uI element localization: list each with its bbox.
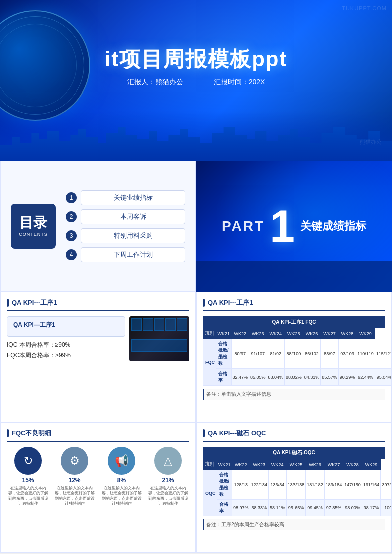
table-header-cell: 班别 xyxy=(203,459,217,470)
kpi-box: QA KPI—工序1 xyxy=(7,316,125,337)
fqc-circle: ↻ xyxy=(14,447,42,475)
table-cell: 58.11% xyxy=(269,500,287,516)
table-cell: 85.57% xyxy=(321,369,339,386)
table-header-cell: WK25 xyxy=(286,459,306,470)
table-sub-label: 合格率 xyxy=(217,500,232,516)
table-header-cell: WK27 xyxy=(324,459,343,470)
table-cell: 397/107 xyxy=(381,470,392,500)
part-title: 关键成绩指标 xyxy=(300,219,366,234)
table-sub-label: 合格率 xyxy=(216,369,232,386)
table-cell: 161/164 xyxy=(362,470,381,500)
kpi-table: 班别WK21WK22WK23WK24WK25WK26WK27WK28WK29FQ… xyxy=(203,328,392,386)
table-category-cell: OQC xyxy=(203,470,217,516)
table-header-cell: WK26 xyxy=(306,459,325,470)
hero-slide: it项目周报模板ppt 汇报人：熊猫办公 汇报时间：202X TUKUPPT.C… xyxy=(0,0,392,161)
table-cell: 85.05% xyxy=(249,369,267,386)
table-cell: 88.02% xyxy=(285,369,303,386)
table-cell: 97.85% xyxy=(324,500,343,516)
kpi-table-caption: QA KPI-工序1 FQC xyxy=(203,316,385,328)
fqc-title: FQC不良明细 xyxy=(12,429,51,438)
fqc-percent: 21% xyxy=(162,477,174,484)
fqc-desc: 在这里输入的文本内容，让您会更好的了解到的东西，点击而后设计独特制作 xyxy=(7,486,49,507)
table-row: 合格率98.97%58.33%58.11%95.65%99.45%97.85%9… xyxy=(203,500,393,516)
oqc-title: QA KPI---磁石 OQC xyxy=(208,429,266,438)
toc-num: 2 xyxy=(66,211,77,222)
fqc-circle: ⚙ xyxy=(61,447,88,475)
table-cell: 122/134 xyxy=(250,470,269,500)
table-header-cell: WK24 xyxy=(269,459,287,470)
hero-meta: 汇报人：熊猫办公 汇报时间：202X xyxy=(0,78,392,87)
toc-badge-en: CONTENTS xyxy=(19,232,48,237)
kpi-metric: IQC 本周合格率：≥90% xyxy=(7,341,125,349)
table-header-cell: WK25 xyxy=(285,328,303,339)
table-cell: 91/107 xyxy=(249,339,267,369)
fqc-slide: FQC不良明细 ↻ 15% 在这里输入的文本内容，让您会更好的了解到的东西，点击… xyxy=(0,422,196,553)
fqc-desc: 在这里输入的文本内容，让您会更好的了解到的东西，点击而后设计独特制作 xyxy=(147,486,189,507)
toc-num: 4 xyxy=(66,249,77,260)
table-cell: 81/92 xyxy=(267,339,285,369)
table-row: OQC合格批数/墨检数128/13122/134136/34133/138181… xyxy=(203,470,393,500)
kpi-monitor-image xyxy=(129,316,189,361)
table-header-cell: WK27 xyxy=(321,328,339,339)
table-sub-label: 合格批数/墨检数 xyxy=(216,339,232,369)
table-header-cell: WK29 xyxy=(362,459,381,470)
table-cell: 80/97 xyxy=(231,339,249,369)
toc-badge: 目录 CONTENTS xyxy=(11,204,56,249)
kpi-left-title-bar: QA KPI---工序1 xyxy=(7,298,189,311)
watermark2: 熊猫办公 xyxy=(360,138,382,146)
watermark1: TUKUPPT.COM xyxy=(342,5,387,11)
table-cell: 82.47% xyxy=(231,369,249,386)
fqc-icon-card: ⚙ 12% 在这里输入的文本内容，让您会更好的了解到的东西，点击而后设计独特制作 xyxy=(53,447,96,507)
table-header-cell: WK26 xyxy=(303,328,321,339)
kpi-left-title: QA KPI---工序1 xyxy=(12,298,57,307)
table-cell: 90.29% xyxy=(338,369,356,386)
fqc-title-icon xyxy=(7,429,9,437)
fqc-icon-card: △ 21% 在这里输入的文本内容，让您会更好的了解到的东西，点击而后设计独特制作 xyxy=(147,447,189,507)
table-cell: 95.65% xyxy=(286,500,306,516)
table-header-cell: WK22 xyxy=(231,328,249,339)
table-cell: 133/138 xyxy=(286,470,306,500)
toc-badge-zh: 目录 xyxy=(19,216,47,230)
oqc-title-icon xyxy=(203,429,205,437)
toc-num: 1 xyxy=(66,192,77,203)
table-cell: 183/184 xyxy=(324,470,343,500)
fqc-title-bar: FQC不良明细 xyxy=(7,429,189,442)
toc-label: 本周客诉 xyxy=(81,209,185,224)
table-cell: 58.33% xyxy=(250,500,269,516)
slides-grid: 目录 CONTENTS 1 关键业绩指标 2 本周客诉 3 特别用料采购 4 下… xyxy=(0,161,392,553)
table-cell: 110/119 xyxy=(356,339,375,369)
fqc-icon-card: ↻ 15% 在这里输入的文本内容，让您会更好的了解到的东西，点击而后设计独特制作 xyxy=(7,447,49,507)
table-cell: 88.04% xyxy=(267,369,285,386)
city-skyline xyxy=(0,111,392,161)
kpi-box-title: QA KPI—工序1 xyxy=(13,321,119,329)
oqc-slide: QA KPI---磁石 OQC QA KPI-磁石-OQC 班别WK21WK22… xyxy=(196,422,392,553)
kpi-metric: FQC本周合格率：≥99% xyxy=(7,351,125,360)
kpi-note: 备注：单击输入文字描述信息 xyxy=(203,389,385,400)
table-cell: 147/150 xyxy=(343,470,362,500)
table-cell: 115/121 xyxy=(375,339,392,369)
toc-num: 3 xyxy=(66,230,77,241)
table-sub-label: 合格批数/墨检数 xyxy=(217,470,232,500)
table-row: 合格率82.47%85.05%88.04%88.02%84.31%85.57%9… xyxy=(203,369,393,386)
monitor-screen xyxy=(129,316,189,361)
toc-item: 2 本周客诉 xyxy=(66,209,185,224)
part1-city-bg xyxy=(196,261,392,292)
table-cell: 99.45% xyxy=(306,500,325,516)
table-cell: 88/100 xyxy=(285,339,303,369)
table-header-cell: WK28 xyxy=(338,328,356,339)
kpi-right-slide: QA KPI---工序1 QA KPI-工序1 FQC 班别WK21WK22WK… xyxy=(196,292,392,422)
table-header-cell: WK28 xyxy=(343,459,362,470)
table-category-cell: FQC xyxy=(203,339,216,386)
table-header-cell: WK21 xyxy=(217,459,232,470)
table-cell: 95.04% xyxy=(375,369,392,386)
toc-item: 3 特别用料采购 xyxy=(66,228,185,243)
table-header-cell: WK24 xyxy=(267,328,285,339)
title-icon-r xyxy=(203,299,205,307)
table-header-cell: WK29 xyxy=(356,328,375,339)
table-header-cell: WK21 xyxy=(216,328,232,339)
fqc-desc: 在这里输入的文本内容，让您会更好的了解到的东西，点击而后设计独特制作 xyxy=(100,486,143,507)
toc-slide: 目录 CONTENTS 1 关键业绩指标 2 本周客诉 3 特别用料采购 4 下… xyxy=(0,161,196,292)
table-header-cell: WK23 xyxy=(249,328,267,339)
table-header-cell: 班别 xyxy=(203,328,216,339)
table-cell: 181/182 xyxy=(306,470,325,500)
